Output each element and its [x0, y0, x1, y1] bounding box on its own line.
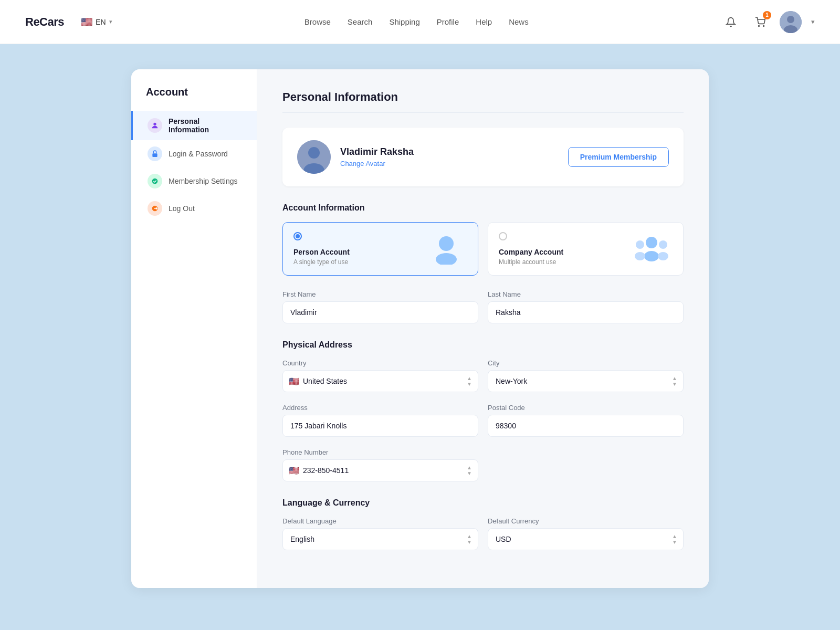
nav-help[interactable]: Help	[476, 17, 492, 26]
account-info-section: Account Information Person Account A sin…	[282, 203, 684, 323]
notifications-button[interactable]	[721, 12, 741, 32]
lock-icon	[148, 146, 162, 161]
profile-avatar	[297, 140, 331, 174]
person-account-illustration	[425, 233, 467, 265]
address-label: Address	[282, 404, 478, 412]
svg-point-17	[635, 252, 645, 260]
person-account-radio	[293, 232, 302, 240]
person-account-left: Person Account A single type of use	[293, 232, 350, 266]
user-avatar-button[interactable]	[780, 11, 802, 33]
main-nav: Browse Search Shipping Profile Help News	[304, 17, 529, 26]
account-type-row: Person Account A single type of use	[282, 222, 684, 276]
city-label: City	[488, 359, 684, 367]
language-select-wrapper: English ▲▼	[282, 528, 478, 550]
currency-select-wrapper: USD ▲▼	[488, 528, 684, 550]
sidebar-item-login-password[interactable]: Login & Password	[131, 140, 257, 167]
svg-point-16	[636, 240, 644, 249]
phone-input[interactable]	[282, 459, 478, 481]
svg-rect-6	[152, 153, 157, 157]
country-label: Country	[282, 359, 478, 367]
name-fields-row: First Name Last Name	[282, 290, 684, 323]
nav-search[interactable]: Search	[348, 17, 373, 26]
nav-browse[interactable]: Browse	[304, 17, 331, 26]
svg-point-5	[153, 123, 156, 125]
country-select[interactable]: United States	[282, 370, 478, 392]
physical-address-section: Physical Address Country 🇺🇸 United State…	[282, 340, 684, 481]
person-account-card[interactable]: Person Account A single type of use	[282, 222, 478, 276]
flag-icon: 🇺🇸	[81, 16, 92, 28]
sidebar-label-logout: Log Out	[169, 204, 195, 213]
premium-membership-button[interactable]: Premium Membership	[568, 147, 669, 167]
person-account-desc: A single type of use	[293, 258, 350, 266]
svg-point-10	[308, 147, 320, 159]
person-icon	[148, 118, 162, 133]
sidebar-label-membership: Membership Settings	[169, 177, 238, 185]
bell-icon	[726, 17, 736, 27]
company-account-illustration	[631, 233, 673, 265]
country-city-row: Country 🇺🇸 United States ▲▼ City	[282, 359, 684, 392]
company-account-card[interactable]: Company Account Multiple account use	[488, 222, 684, 276]
cart-button[interactable]: 1	[750, 12, 770, 32]
svg-point-3	[787, 16, 794, 23]
country-group: Country 🇺🇸 United States ▲▼	[282, 359, 478, 392]
user-avatar-image	[780, 11, 802, 33]
svg-point-7	[152, 178, 158, 184]
last-name-input[interactable]	[488, 301, 684, 323]
phone-group: Phone Number 🇺🇸 ▲▼	[282, 448, 478, 481]
main-wrapper: Account Personal Information	[0, 44, 840, 613]
svg-point-13	[436, 253, 457, 265]
svg-point-0	[759, 25, 760, 26]
lang-currency-row: Default Language English ▲▼ Default Curr…	[282, 517, 684, 550]
content-area: Account Personal Information	[131, 69, 709, 588]
nav-news[interactable]: News	[509, 17, 529, 26]
city-select[interactable]: New-York	[488, 370, 684, 392]
postal-input[interactable]	[488, 415, 684, 437]
person-account-name: Person Account	[293, 248, 350, 256]
sidebar-item-membership[interactable]: Membership Settings	[131, 167, 257, 195]
sidebar-item-logout[interactable]: Log Out	[131, 195, 257, 222]
last-name-group: Last Name	[488, 290, 684, 323]
membership-icon	[148, 174, 162, 188]
currency-select[interactable]: USD	[488, 528, 684, 550]
country-select-wrapper: 🇺🇸 United States ▲▼	[282, 370, 478, 392]
city-group: City New-York ▲▼	[488, 359, 684, 392]
first-name-input[interactable]	[282, 301, 478, 323]
phone-arrows: ▲▼	[467, 465, 472, 476]
last-name-label: Last Name	[488, 290, 684, 298]
nav-profile[interactable]: Profile	[437, 17, 459, 26]
logo[interactable]: ReCars	[25, 15, 64, 29]
phone-input-wrapper: 🇺🇸 ▲▼	[282, 459, 478, 481]
city-select-wrapper: New-York ▲▼	[488, 370, 684, 392]
company-account-desc: Multiple account use	[499, 258, 563, 266]
language-currency-section: Language & Currency Default Language Eng…	[282, 498, 684, 550]
sidebar: Account Personal Information	[131, 69, 257, 588]
company-account-radio	[499, 232, 507, 240]
first-name-label: First Name	[282, 290, 478, 298]
svg-point-12	[439, 236, 454, 251]
profile-card: Vladimir Raksha Change Avatar Premium Me…	[282, 128, 684, 186]
sidebar-title: Account	[131, 86, 257, 111]
language-label: Default Language	[282, 517, 478, 525]
user-menu-chevron[interactable]: ▾	[811, 18, 815, 26]
address-input[interactable]	[282, 415, 478, 437]
svg-point-1	[763, 25, 764, 26]
header-actions: 1 ▾	[721, 11, 815, 33]
change-avatar-link[interactable]: Change Avatar	[340, 160, 414, 167]
postal-label: Postal Code	[488, 404, 684, 412]
profile-name: Vladimir Raksha	[340, 146, 414, 158]
phone-label: Phone Number	[282, 448, 478, 456]
nav-shipping[interactable]: Shipping	[389, 17, 419, 26]
sidebar-item-personal-info[interactable]: Personal Information	[131, 111, 257, 140]
page-title: Personal Information	[282, 90, 684, 113]
phone-row: Phone Number 🇺🇸 ▲▼	[282, 448, 684, 481]
cart-badge: 1	[763, 11, 771, 19]
phone-spacer	[488, 448, 684, 481]
header: ReCars 🇺🇸 EN ▾ Browse Search Shipping Pr…	[0, 0, 840, 44]
first-name-group: First Name	[282, 290, 478, 323]
avatar-image	[297, 140, 331, 174]
profile-text: Vladimir Raksha Change Avatar	[340, 146, 414, 167]
postal-group: Postal Code	[488, 404, 684, 437]
language-selector[interactable]: 🇺🇸 EN ▾	[81, 16, 112, 28]
sidebar-label-personal-info: Personal Information	[169, 117, 242, 134]
language-select[interactable]: English	[282, 528, 478, 550]
